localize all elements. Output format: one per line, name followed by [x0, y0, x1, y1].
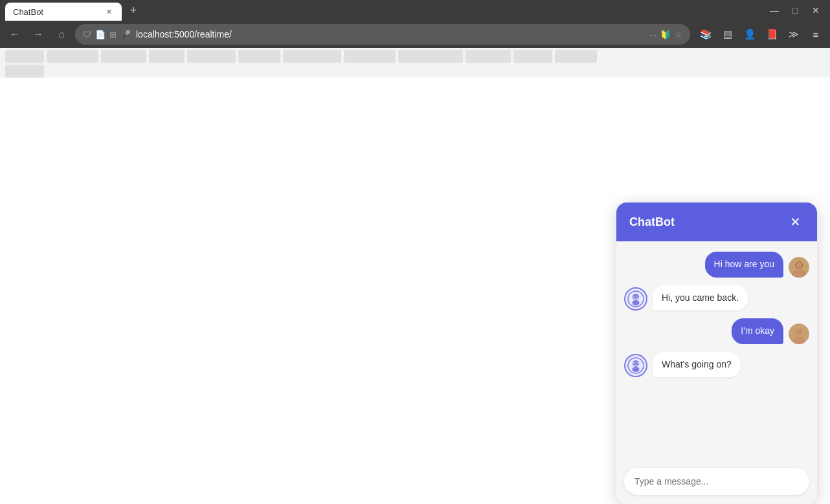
bookmark-row2-1[interactable] — [5, 65, 44, 78]
address-bar[interactable]: 🛡 📄 ⊞ 🎤 localhost:5000/realtime/ ··· 🔰 ☆ — [75, 24, 690, 45]
user-bubble-2: I'm okay — [732, 318, 783, 344]
chatbot-title: ChatBot — [629, 215, 675, 229]
more-icon[interactable]: ··· — [649, 30, 656, 39]
message-input[interactable] — [624, 468, 809, 495]
bookmark-2[interactable] — [47, 50, 98, 63]
bot-bubble-1: Hi, you came back. — [653, 285, 748, 311]
bookmarks-bar-row2 — [0, 65, 830, 78]
bookmark-9[interactable] — [398, 50, 463, 63]
bookmark-3[interactable] — [101, 50, 146, 63]
pdf-icon[interactable]: 📕 — [763, 25, 781, 43]
bookmarks-bar — [0, 48, 830, 65]
message-row-1: Hi how are you — [624, 252, 809, 278]
window-close-button[interactable]: ✕ — [807, 1, 825, 19]
browser-chrome: ChatBot ✕ + — □ ✕ ← → ⌂ 🛡 📄 ⊞ 🎤 localhos… — [0, 0, 830, 78]
library-icon[interactable]: 📚 — [697, 25, 715, 43]
back-button[interactable]: ← — [5, 25, 25, 44]
pocket-icon[interactable]: 🔰 — [660, 30, 671, 39]
address-extra: ··· 🔰 ☆ — [649, 30, 682, 39]
bookmark-12[interactable] — [555, 50, 597, 63]
svg-point-3 — [796, 262, 802, 268]
bookmark-6[interactable] — [238, 50, 280, 63]
svg-rect-15 — [637, 296, 639, 297]
bot-avatar-1 — [624, 287, 647, 311]
tab-close-button[interactable]: ✕ — [104, 6, 114, 17]
bookmark-11[interactable] — [513, 50, 552, 63]
message-row-2: Hi, you came back. — [624, 285, 809, 311]
svg-point-23 — [634, 363, 635, 364]
url-text: localhost:5000/realtime/ — [136, 29, 644, 39]
home-button[interactable]: ⌂ — [52, 25, 71, 44]
bookmark-star-icon[interactable]: ☆ — [675, 30, 682, 39]
chatbot-header: ChatBot ✕ — [616, 203, 817, 241]
browser-titlebar: ChatBot ✕ + — □ ✕ — [0, 0, 830, 21]
chatbot-widget: ChatBot ✕ Hi how are you — [616, 203, 817, 504]
bot-bubble-2: What's going on? — [653, 352, 741, 378]
mic-icon: 🎤 — [120, 30, 131, 39]
screenshot-icon: ⊞ — [109, 30, 117, 39]
minimize-button[interactable]: — — [765, 1, 783, 19]
forward-button[interactable]: → — [28, 25, 48, 44]
maximize-button[interactable]: □ — [786, 1, 804, 19]
page-content: ChatBot ✕ Hi how are you — [0, 78, 830, 504]
chatbot-input-area — [616, 461, 817, 504]
bookmark-4[interactable] — [149, 50, 185, 63]
browser-toolbar: ← → ⌂ 🛡 📄 ⊞ 🎤 localhost:5000/realtime/ ·… — [0, 21, 830, 48]
svg-point-24 — [637, 363, 638, 364]
window-controls: — □ ✕ — [765, 1, 825, 19]
svg-point-17 — [796, 329, 802, 335]
extensions-icon[interactable]: ≫ — [785, 25, 803, 43]
chatbot-messages: Hi how are you — [616, 241, 817, 461]
tab-title: ChatBot — [13, 7, 98, 17]
user-avatar-2 — [789, 323, 809, 344]
svg-point-11 — [633, 300, 640, 305]
bookmark-10[interactable] — [465, 50, 511, 63]
svg-rect-14 — [633, 296, 634, 297]
shield-icon: 🛡 — [83, 30, 91, 39]
bookmark-5[interactable] — [187, 50, 236, 63]
browser-tab[interactable]: ChatBot ✕ — [5, 3, 122, 21]
message-row-4: What's going on? — [624, 352, 809, 378]
user-bubble-1: Hi how are you — [705, 252, 783, 278]
message-row-3: I'm okay — [624, 318, 809, 344]
address-icons: 🛡 📄 ⊞ 🎤 — [83, 30, 131, 39]
new-tab-button[interactable]: + — [124, 1, 142, 19]
bookmark-1[interactable] — [5, 50, 44, 63]
bot-avatar-2 — [624, 354, 647, 377]
user-avatar-1 — [789, 257, 809, 278]
sidebar-icon[interactable]: ▤ — [719, 25, 737, 43]
bookmark-8[interactable] — [344, 50, 396, 63]
page-icon: 📄 — [95, 30, 106, 39]
menu-button[interactable]: ≡ — [807, 25, 825, 43]
bookmark-7[interactable] — [283, 50, 341, 63]
toolbar-right: 📚 ▤ 👤 📕 ≫ ≡ — [697, 25, 825, 43]
chatbot-close-button[interactable]: ✕ — [786, 213, 804, 231]
svg-point-25 — [633, 367, 640, 372]
account-icon[interactable]: 👤 — [741, 25, 759, 43]
